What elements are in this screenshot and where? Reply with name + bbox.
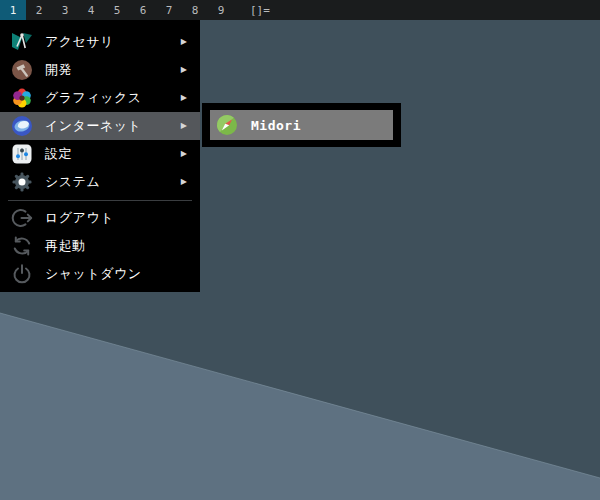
menu-item-label: 再起動: [45, 237, 86, 255]
menu-item-label: シャットダウン: [45, 265, 142, 283]
system-icon: [10, 170, 34, 194]
submenu-item-label: Midori: [251, 118, 301, 133]
graphics-icon: [10, 86, 34, 110]
menu-item-label: システム: [45, 173, 100, 191]
restart-icon: [10, 234, 34, 258]
midori-icon: [215, 113, 239, 137]
menu-item-graphics[interactable]: グラフィックス ▶: [0, 84, 200, 112]
menu-item-shutdown[interactable]: シャットダウン: [0, 260, 200, 288]
layout-indicator[interactable]: []=: [234, 0, 270, 20]
submenu-arrow-icon: ▶: [181, 38, 187, 46]
menu-item-label: アクセサリ: [45, 33, 114, 51]
logout-icon: [10, 206, 34, 230]
workspace-tag-5[interactable]: 5: [104, 0, 130, 20]
menu-item-label: インターネット: [45, 117, 141, 135]
workspace-tag-4[interactable]: 4: [78, 0, 104, 20]
submenu-arrow-icon: ▶: [181, 178, 187, 186]
submenu-arrow-icon: ▶: [181, 94, 187, 102]
submenu-item-midori[interactable]: Midori: [210, 110, 393, 140]
settings-icon: [10, 142, 34, 166]
workspace-tag-7[interactable]: 7: [156, 0, 182, 20]
menu-item-label: グラフィックス: [45, 89, 142, 107]
menu-item-label: 開発: [45, 61, 72, 79]
submenu-arrow-icon: ▶: [181, 122, 187, 130]
menu-item-internet[interactable]: インターネット ▶: [0, 112, 200, 140]
menu-item-label: 設定: [45, 145, 72, 163]
shutdown-icon: [10, 262, 34, 286]
workspace-tag-2[interactable]: 2: [26, 0, 52, 20]
menu-item-development[interactable]: 開発 ▶: [0, 56, 200, 84]
menu-item-label: ログアウト: [45, 209, 114, 227]
submenu-arrow-icon: ▶: [181, 66, 187, 74]
accessories-icon: [10, 30, 34, 54]
menu-item-settings[interactable]: 設定 ▶: [0, 140, 200, 168]
menu-separator: [0, 196, 200, 204]
menu-item-logout[interactable]: ログアウト: [0, 204, 200, 232]
menu-item-restart[interactable]: 再起動: [0, 232, 200, 260]
menu-item-system[interactable]: システム ▶: [0, 168, 200, 196]
submenu-panel: Midori: [202, 103, 401, 147]
workspace-tag-6[interactable]: 6: [130, 0, 156, 20]
internet-icon: [10, 114, 34, 138]
workspace-tag-8[interactable]: 8: [182, 0, 208, 20]
workspace-tag-1[interactable]: 1: [0, 0, 26, 20]
status-bar: 1 2 3 4 5 6 7 8 9 []=: [0, 0, 600, 20]
submenu-arrow-icon: ▶: [181, 150, 187, 158]
menu-item-accessories[interactable]: アクセサリ ▶: [0, 28, 200, 56]
workspace-tag-9[interactable]: 9: [208, 0, 234, 20]
development-icon: [10, 58, 34, 82]
application-menu: アクセサリ ▶ 開発 ▶ グラフィックス ▶: [0, 20, 200, 292]
workspace-tag-3[interactable]: 3: [52, 0, 78, 20]
